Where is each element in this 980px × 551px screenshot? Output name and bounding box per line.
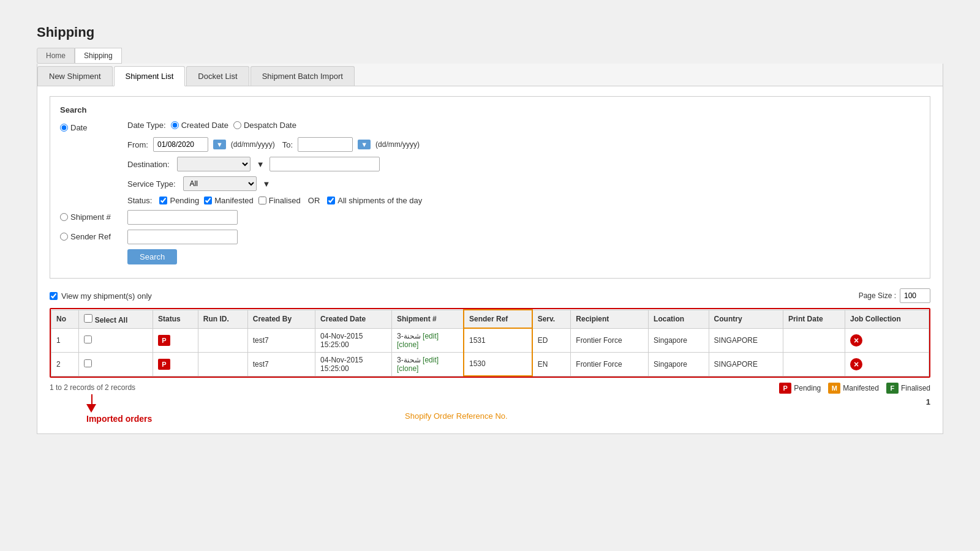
destination-label: Destination: [127,160,170,169]
content-area: Search Date Date Type: Created Date [37,86,943,433]
to-date-input[interactable] [298,137,353,152]
cell-sender-ref-1: 1531 [464,328,532,352]
cell-location-1: Singapore [649,328,709,352]
col-no: No [51,310,79,328]
date-radio-label[interactable]: Date [60,123,127,132]
manifested-checkbox[interactable] [204,197,212,204]
table-container: No Select All Status Run ID. Created By … [50,308,930,424]
date-radio[interactable] [60,124,68,132]
cell-runid-1 [198,328,247,352]
cell-no-1: 1 [51,328,79,352]
search-row-service: Service Type: All ▼ [60,176,920,191]
to-label: To: [282,140,293,149]
col-print-date: Print Date [783,310,845,328]
legend-manifested: M Manifested [828,383,879,394]
destination-select[interactable] [177,157,251,171]
created-date-radio[interactable] [171,121,179,129]
view-my-label: View my shipment(s) only [50,291,152,301]
page-title: Shipping [37,24,943,40]
search-title: Search [60,105,920,114]
shipment-num-input[interactable] [127,210,238,225]
breadcrumb-home[interactable]: Home [37,48,75,64]
shipment-clone-link-2[interactable]: [clone] [397,364,418,373]
shipment-clone-link-1[interactable]: [clone] [397,340,418,349]
search-button[interactable]: Search [127,249,177,264]
cell-status-2: P [153,352,198,376]
all-shipments-option[interactable]: All shipments of the day [327,196,422,205]
status-badge-2: P [158,359,170,370]
status-pending-option[interactable]: Pending [159,196,199,205]
search-row-destination: Destination: ▼ [60,157,920,171]
row-checkbox-2[interactable] [84,359,92,367]
cell-recipient-2: Frontier Force [571,352,649,376]
cell-created-by-1: test7 [247,328,315,352]
main-panel: New Shipment Shipment List Docket List S… [37,64,943,434]
despatch-date-radio[interactable] [233,121,241,129]
shipment-num-radio-label[interactable]: Shipment # [60,212,127,222]
all-shipments-checkbox[interactable] [327,197,335,204]
from-label: From: [127,140,148,149]
shopify-annotation: Shopify Order Reference No. [405,411,508,421]
shipment-num-radio[interactable] [60,213,68,221]
despatch-date-option[interactable]: Despatch Date [233,121,296,130]
col-serv: Serv. [532,310,571,328]
job-collection-icon-2[interactable]: × [850,358,862,370]
finalised-checkbox[interactable] [258,197,266,204]
col-job-collection: Job Collection [845,310,929,328]
shipment-edit-link-1[interactable]: [edit] [423,332,439,340]
cell-runid-2 [198,352,247,376]
status-label: Status: [127,196,152,205]
breadcrumb-shipping[interactable]: Shipping [75,48,122,64]
sender-ref-input[interactable] [127,230,238,244]
col-created-date: Created Date [315,310,392,328]
to-format-badge[interactable]: ▼ [358,140,371,149]
created-date-option[interactable]: Created Date [171,121,228,130]
from-format-badge[interactable]: ▼ [213,140,226,149]
col-shipment-num: Shipment # [392,310,464,328]
legend: P Pending M Manifested F Finalised [779,383,930,394]
select-all-checkbox[interactable] [84,314,92,323]
pending-checkbox[interactable] [159,197,167,204]
page-size-input[interactable] [900,288,930,303]
col-select-all: Select All [79,310,153,328]
tab-new-shipment[interactable]: New Shipment [37,66,113,86]
search-row-fromto: From: ▼ (dd/mm/yyyy) To: ▼ (dd/mm/yyyy) [60,137,920,152]
table-header-row: No Select All Status Run ID. Created By … [51,310,929,328]
cell-print-date-2 [783,352,845,376]
job-collection-icon-1[interactable]: × [850,334,862,347]
from-format-text: (dd/mm/yyyy) [231,140,275,149]
tab-shipment-batch-import[interactable]: Shipment Batch Import [251,66,355,86]
shipment-table-wrapper: No Select All Status Run ID. Created By … [50,308,930,378]
cell-shipment-num-1: شحنة-3 [edit] [clone] [392,328,464,352]
sender-ref-radio-label[interactable]: Sender Ref [60,232,127,241]
col-location: Location [649,310,709,328]
page-size-control: Page Size : [859,288,930,303]
status-finalised-option[interactable]: Finalised [258,196,301,205]
imported-orders-annotation: Imported orders [50,394,152,424]
from-date-input[interactable] [153,137,208,152]
view-my-checkbox[interactable] [50,292,58,300]
pending-badge: P [779,383,791,394]
arrow-line [91,394,92,404]
search-row-shipment-num: Shipment # [60,210,920,225]
search-row-date: Date Date Type: Created Date Despatch Da… [60,121,920,132]
date-type-label: Date Type: [127,121,166,130]
service-type-select[interactable]: All [183,176,257,191]
view-controls-row: View my shipment(s) only Page Size : [50,288,930,303]
footer-right: P Pending M Manifested F Finalised [779,383,930,407]
destination-text-input[interactable] [270,157,380,171]
arrow-head [86,404,96,413]
breadcrumb: Home Shipping [37,48,943,64]
tab-docket-list[interactable]: Docket List [186,66,249,86]
row-checkbox-1[interactable] [84,335,92,343]
col-country: Country [709,310,783,328]
shipment-edit-link-2[interactable]: [edit] [423,356,439,364]
status-badge-1: P [158,335,170,346]
status-or: OR [308,196,320,205]
shipment-table: No Select All Status Run ID. Created By … [51,309,929,377]
status-manifested-option[interactable]: Manifested [204,196,254,205]
legend-pending: P Pending [779,383,821,394]
sender-ref-radio[interactable] [60,233,68,241]
legend-finalised: F Finalised [886,383,930,394]
tab-shipment-list[interactable]: Shipment List [114,66,186,86]
